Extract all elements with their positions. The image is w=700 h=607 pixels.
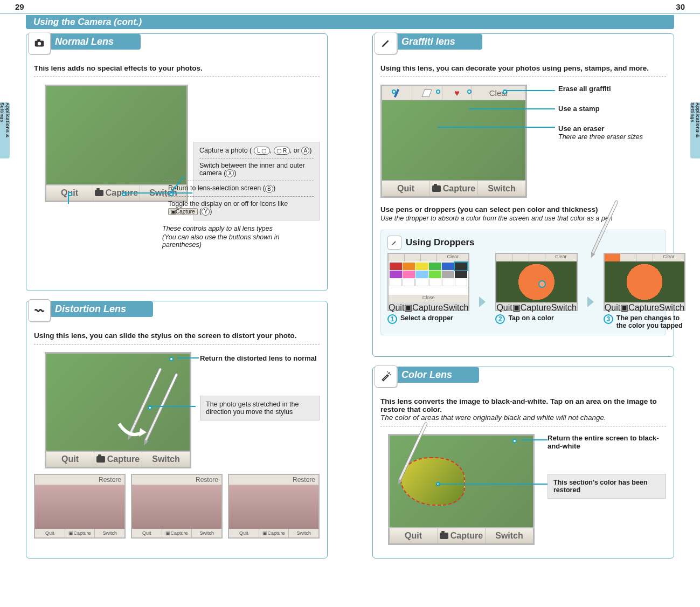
separator (380, 426, 666, 426)
chapter-title: Using the Camera (cont.) (26, 17, 142, 27)
color-intro-2: The color of areas that were originally … (380, 413, 666, 422)
color-screenshot: Restore Quit Capture Switch (388, 434, 535, 545)
callout-capture: Capture a photo ( L ▢, ▢ R, or A) (199, 147, 314, 155)
separator (380, 77, 666, 77)
svg-point-3 (389, 372, 390, 373)
dropper-step-1: Clear Close Quit▣CaptureSwitch 1Select a… (387, 253, 469, 324)
a-button-icon: A (301, 147, 309, 155)
tap-target-icon (538, 280, 546, 288)
leader-line (149, 406, 196, 407)
leader-dot (169, 357, 174, 361)
mini-capture: ▣Capture (620, 303, 659, 312)
graffiti-callouts: Erase all graffiti Use a stamp Use an er… (558, 85, 643, 153)
callout-toggle: Toggle the display on or off for icons l… (168, 200, 314, 216)
wand-icon (375, 365, 397, 388)
mini-capture: ▣Capture (162, 529, 192, 537)
normal-callouts: Capture a photo ( L ▢, ▢ R, or A) Switch… (193, 142, 320, 220)
capture-label: Capture (107, 454, 140, 464)
mini-switch: Switch (289, 529, 318, 537)
page-number-left: 29 (15, 2, 24, 11)
distortion-icon (28, 299, 51, 322)
panel-normal-lens: Normal Lens This lens adds no special ef… (26, 33, 328, 291)
quit-button[interactable]: Quit (46, 452, 94, 467)
page-number-right: 30 (676, 2, 685, 11)
panel-color-lens: Color Lens This lens converts the image … (372, 367, 674, 558)
photo-rose (46, 86, 186, 184)
panel-title-distortion: Distortion Lens (47, 301, 153, 317)
photo-cat (382, 100, 525, 180)
callout-stamp: Use a stamp (558, 105, 643, 113)
using-droppers-box: Using Droppers Clear (380, 230, 666, 335)
section-callout: This section's color has been restored (547, 474, 666, 499)
restore-label: Restore (132, 475, 221, 485)
clear-button[interactable]: Clear (472, 86, 525, 100)
leader-dot (436, 89, 440, 94)
callout-erase: Erase all graffiti (558, 85, 643, 93)
svg-point-5 (390, 374, 391, 375)
capture-label: Capture (451, 531, 483, 541)
photo-fruit (390, 436, 533, 527)
pens-note-1: Use pens or droppers (you can select pen… (380, 205, 666, 213)
mini-switch: Switch (551, 303, 577, 312)
mini-switch: Switch (192, 529, 221, 537)
pen-tool[interactable] (382, 86, 412, 100)
stretch-callout: The photo gets stretched in the directio… (200, 396, 320, 420)
graffiti-intro: Using this lens, you can decorate your p… (380, 64, 666, 72)
mini-quit: Quit (35, 529, 65, 537)
capture-button[interactable]: Capture (94, 452, 142, 467)
distortion-thumb: Restore Quit▣CaptureSwitch (131, 474, 223, 539)
quit-button[interactable]: Quit (390, 528, 438, 543)
capture-button[interactable]: Capture (438, 528, 486, 543)
distortion-thumb: Restore Quit▣CaptureSwitch (34, 474, 126, 539)
heart-icon: ♥ (454, 89, 460, 98)
svg-point-4 (387, 371, 388, 373)
leader-line (177, 357, 199, 358)
restore-label: Restore (229, 475, 318, 485)
restored-area (400, 457, 465, 506)
step-badge-3: 3 (604, 314, 613, 324)
eraser-shape-icon (422, 89, 432, 97)
panel-title-graffiti: Graffiti lens (394, 34, 482, 50)
switch-button[interactable]: Switch (486, 528, 533, 543)
mini-clear: Clear (545, 254, 577, 261)
leader-line (521, 439, 547, 440)
camera-small-icon (96, 456, 105, 463)
thumb-image (229, 485, 318, 529)
x-button-icon: X (226, 169, 234, 177)
leader-dot (467, 89, 472, 94)
arrow-icon (116, 418, 149, 440)
callout-eraser: Use an eraser There are three eraser siz… (558, 125, 643, 141)
normal-note2: (You can also use the buttons shown in p… (162, 233, 320, 249)
mini-quit: Quit (229, 529, 259, 537)
capture-chip-icon: ▣Capture (168, 208, 198, 215)
mini-quit: Quit (605, 303, 620, 312)
dropper-icon (387, 236, 401, 250)
side-tab-right: Applications & Settings (690, 102, 700, 158)
restore-callout: Return the entire screen to black-and-wh… (547, 434, 666, 450)
camera-small-icon (432, 185, 441, 192)
distortion-thumb: Restore Quit▣CaptureSwitch (228, 474, 320, 539)
close-label: Close (389, 295, 468, 302)
distortion-screenshot: Restore Quit Capture Switch (45, 352, 191, 468)
mini-capture: ▣Capture (259, 529, 289, 537)
leader-line (469, 108, 555, 109)
quit-button[interactable]: Quit (382, 181, 430, 196)
panel-distortion-lens: Distortion Lens Using this lens, you can… (26, 301, 328, 558)
thumb-image (35, 485, 124, 529)
camera-small-icon (95, 190, 103, 196)
normal-note1: These controls apply to all lens types (162, 225, 320, 232)
leader-line (438, 484, 547, 485)
leader-line (122, 192, 192, 194)
svg-point-2 (38, 42, 41, 45)
restore-label: Restore (35, 475, 124, 485)
normal-screenshot: Quit Capture Switch (45, 85, 188, 202)
switch-button[interactable]: Switch (478, 181, 525, 196)
mini-quit: Quit (389, 303, 404, 312)
mini-switch: Switch (443, 303, 468, 312)
mini-switch: Switch (659, 303, 684, 312)
pencil-icon (375, 32, 397, 54)
distortion-thumbnails: Restore Quit▣CaptureSwitch Restore Quit▣… (34, 474, 320, 539)
photo-face (46, 354, 190, 451)
switch-button[interactable]: Switch (142, 452, 190, 467)
capture-button[interactable]: Capture (430, 181, 478, 196)
